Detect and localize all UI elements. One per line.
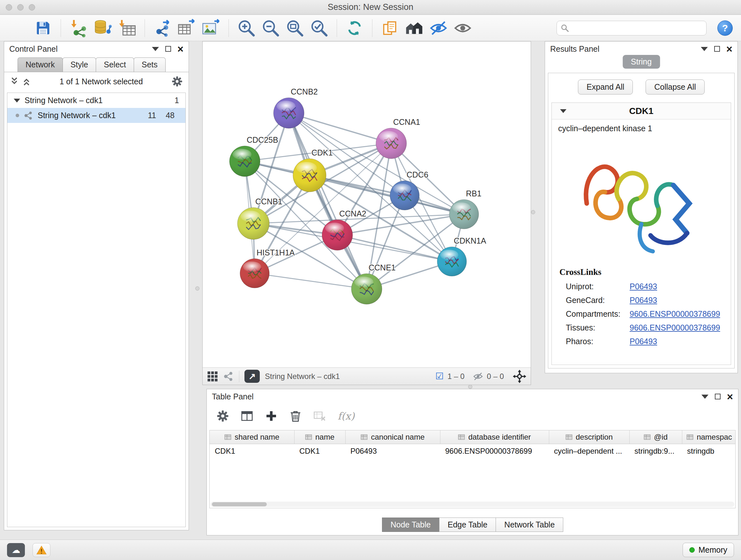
network-collection-row[interactable]: String Network – cdk1 1 [7,93,185,108]
traffic-light-zoom[interactable] [29,4,35,10]
network-edge[interactable] [289,113,391,143]
delete-column-trash-icon[interactable] [289,410,302,422]
tab-network[interactable]: Network [17,57,63,72]
table-settings-gear-icon[interactable] [216,410,229,422]
cell-description[interactable]: cyclin–dependent ... [549,444,629,458]
network-edge[interactable] [255,273,367,289]
network-row[interactable]: String Network – cdk1 11 48 [7,108,185,123]
cloud-button[interactable]: ☁ [7,543,25,557]
traffic-light-close[interactable] [6,4,12,10]
table-tabs: Node Table Edge Table Network Table [207,517,738,532]
fit-content-button[interactable]: ↗ [245,370,260,383]
panel-menu-icon[interactable] [701,47,708,51]
zoom-in-button[interactable] [236,17,257,39]
open-session-button[interactable] [8,17,29,39]
collapse-all-button[interactable]: Collapse All [646,79,704,95]
genecard-link[interactable]: P06493 [630,296,657,305]
horizontal-scrollbar[interactable] [211,502,734,507]
panel-close-icon[interactable]: × [178,44,184,54]
houses-icon-button[interactable] [404,17,425,39]
zoom-selected-button[interactable] [309,17,330,39]
tissues-link[interactable]: 9606.ENSP00000378699 [630,323,720,332]
eye-crossed-icon-button[interactable] [428,17,449,39]
help-button[interactable]: ? [718,20,733,36]
search-input[interactable] [571,23,702,33]
cell-namespace[interactable]: stringdb [682,444,736,458]
splitter-handle[interactable] [531,210,535,214]
network-node-rb1[interactable]: RB1 [449,189,482,229]
splitter-handle[interactable] [195,287,199,291]
pharos-link[interactable]: P06493 [630,337,657,346]
panel-menu-icon[interactable] [701,395,709,399]
import-network-database-button[interactable] [92,17,113,39]
column-header[interactable]: shared name [210,430,294,444]
panel-menu-icon[interactable] [152,47,159,51]
splitter-handle[interactable] [468,385,472,389]
pan-crosshair-icon[interactable] [513,370,526,383]
warnings-button[interactable] [32,543,51,557]
zoom-selected-icon [310,19,328,37]
network-canvas[interactable]: CCNB2CCNA1CDC25BCDK1CDC6RB1CCNB1CCNA2CDK… [203,42,531,368]
apply-layout-button[interactable] [344,17,365,39]
column-header[interactable]: database identifier [440,430,549,444]
cell-database-identifier[interactable]: 9606.ENSP00000378699 [440,444,549,458]
uniprot-link[interactable]: P06493 [630,282,657,291]
collection-disclosure-icon[interactable] [14,99,20,103]
export-table-button[interactable] [176,17,197,39]
expand-all-button[interactable]: Expand All [578,79,633,95]
add-column-plus-icon[interactable] [265,410,278,422]
gene-section-header[interactable]: CDK1 [552,103,731,119]
zoom-out-button[interactable] [260,17,281,39]
export-image-button[interactable] [200,17,221,39]
panel-close-icon[interactable]: × [726,44,732,54]
expand-all-chevrons-icon[interactable] [10,77,19,86]
memory-button[interactable]: Memory [683,543,734,557]
tab-string[interactable]: String [623,55,660,69]
cell-shared-name[interactable]: CDK1 [210,444,294,458]
network-node-cdkn1a[interactable]: CDKN1A [437,236,486,276]
tab-edge-table[interactable]: Edge Table [439,517,496,532]
docs-icon-button[interactable] [380,17,401,39]
gear-icon[interactable] [172,76,183,87]
traffic-light-minimize[interactable] [17,4,23,10]
import-network-file-button[interactable] [68,17,89,39]
network-edge[interactable] [289,113,367,289]
column-header[interactable]: @id [629,430,682,444]
panel-float-icon[interactable] [714,46,720,52]
tab-style[interactable]: Style [63,57,96,72]
network-edge[interactable] [337,235,452,261]
zoom-fit-button[interactable] [284,17,306,39]
tab-sets[interactable]: Sets [134,57,165,72]
network-node-ccnb1[interactable]: CCNB1 [238,197,282,240]
panel-close-icon[interactable]: × [727,391,733,402]
network-edge[interactable] [310,175,464,214]
eye-icon-button[interactable] [452,17,473,39]
tab-select[interactable]: Select [96,57,134,72]
network-node-ccnb2[interactable]: CCNB2 [273,87,318,128]
cell-canonical-name[interactable]: P06493 [345,444,440,458]
column-header[interactable]: description [549,430,629,444]
column-header[interactable]: canonical name [345,430,440,444]
panel-float-icon[interactable] [165,46,171,52]
table-row[interactable]: CDK1 CDK1 P06493 9606.ENSP00000378699 cy… [210,444,736,458]
compartments-link[interactable]: 9606.ENSP00000378699 [630,309,720,319]
cell-id[interactable]: stringdb:9... [629,444,682,458]
birds-eye-grid-icon[interactable] [207,371,218,382]
import-table-button[interactable] [117,17,138,39]
export-network-button[interactable] [152,17,173,39]
column-header[interactable]: name [294,430,345,444]
gene-disclosure-icon[interactable] [560,109,566,113]
show-columns-icon[interactable] [241,410,253,422]
network-node-ccna1[interactable]: CCNA1 [376,118,420,159]
column-header[interactable]: namespac [682,430,736,444]
selected-counts: 1 – 0 [448,372,464,381]
network-node-hist1h1a[interactable]: HIST1H1A [240,248,295,288]
panel-float-icon[interactable] [715,394,721,399]
save-session-button[interactable] [32,17,54,39]
tab-network-table[interactable]: Network Table [495,517,563,532]
network-share-icon[interactable] [223,371,234,382]
scrollbar-thumb[interactable] [212,502,267,506]
collapse-all-chevrons-icon[interactable] [22,77,31,86]
cell-name[interactable]: CDK1 [294,444,345,458]
tab-node-table[interactable]: Node Table [382,517,440,532]
